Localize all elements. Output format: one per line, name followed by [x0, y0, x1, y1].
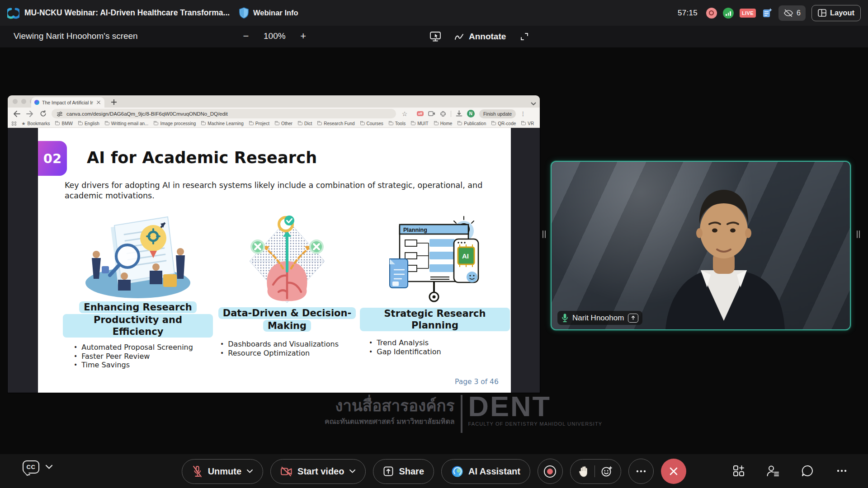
unmute-label: Unmute	[208, 466, 241, 477]
live-badge: LIVE	[740, 9, 756, 18]
forward-button[interactable]	[25, 109, 34, 118]
remote-control-button[interactable]	[427, 28, 444, 45]
watermark-brand-subtitle: FACULTY OF DENTISTRY MAHIDOL UNIVERSITY	[468, 421, 603, 427]
expand-view-button[interactable]	[516, 28, 533, 45]
slide-number-badge: 02	[38, 141, 67, 176]
bookmark-item[interactable]: MUIT	[411, 121, 428, 126]
leave-meeting-button[interactable]	[661, 459, 686, 484]
stage: The Impact of Artificial Intelli	[0, 47, 868, 454]
site-settings-icon[interactable]	[57, 111, 63, 117]
bookmark-item[interactable]: Project	[249, 121, 269, 126]
webinar-info-button[interactable]: Webinar Info	[239, 0, 298, 26]
webex-logo-icon	[7, 7, 19, 19]
bookmark-item[interactable]: Home	[434, 121, 453, 126]
column-bullets: •Dashboards and Visualizations •Resource…	[212, 340, 362, 357]
annotate-button[interactable]: Annotate	[454, 32, 506, 42]
folder-icon	[434, 122, 439, 125]
bookmark-item[interactable]: Publication	[458, 121, 486, 126]
share-button[interactable]: Share	[373, 459, 434, 484]
watermark-thai-title: งานสื่อสารองค์กร	[325, 398, 455, 414]
url-text: canva.com/design/DAG6aQm_9jc/8-BIF6qW0Cm…	[66, 111, 228, 117]
folder-icon	[154, 122, 158, 125]
apps-button[interactable]	[731, 464, 746, 478]
bookmark-item[interactable]: Machine Learning	[201, 121, 244, 126]
raise-hand-button[interactable]	[579, 465, 589, 477]
camera-permission-icon[interactable]	[428, 111, 435, 117]
toolbar-divider	[451, 111, 451, 117]
notes-ai-icon[interactable]	[762, 8, 773, 19]
back-button[interactable]	[12, 109, 21, 118]
video-options-chevron-icon[interactable]	[349, 469, 356, 474]
bookmark-item[interactable]: Tools	[389, 121, 406, 126]
download-icon[interactable]	[456, 110, 462, 117]
address-bar[interactable]: canva.com/design/DAG6aQm_9jc/8-BIF6qW0Cm…	[52, 109, 396, 118]
apps-grid-icon[interactable]	[12, 122, 16, 126]
bookmark-item[interactable]: Image processing	[154, 121, 196, 126]
participants-icon	[766, 465, 780, 477]
new-tab-button[interactable]	[111, 99, 117, 105]
extension-off-badge[interactable]: off	[417, 111, 424, 116]
more-panels-button[interactable]	[835, 464, 849, 478]
profile-avatar[interactable]: N	[467, 110, 475, 117]
canva-editor-canvas: 02 AI for Academic Research Key drivers …	[8, 128, 540, 393]
start-video-button[interactable]: Start video	[270, 459, 366, 484]
browser-tab[interactable]: The Impact of Artificial Intelli	[31, 97, 104, 108]
folder-icon	[249, 122, 254, 125]
bookmark-item[interactable]: English	[78, 121, 99, 126]
bookmark-item[interactable]: QR-code	[491, 121, 516, 126]
unmute-options-chevron-icon[interactable]	[246, 469, 253, 474]
bookmark-item[interactable]: Dict	[298, 121, 312, 126]
layout-icon	[818, 9, 826, 17]
zoom-out-button[interactable]: −	[238, 28, 254, 44]
reload-button[interactable]	[38, 109, 47, 118]
slide-subtitle: Key drivers for adopting AI in research …	[65, 180, 492, 201]
layout-button[interactable]: Layout	[811, 5, 861, 21]
webinar-info-label: Webinar Info	[253, 9, 298, 17]
browser-menu-icon[interactable]: ⋮	[520, 111, 526, 117]
slide-column-data-driven: Data-Driven & Decision- Making •Dashboar…	[212, 209, 362, 357]
ai-assistant-icon	[451, 465, 463, 478]
shared-browser-window: The Impact of Artificial Intelli	[8, 95, 540, 393]
more-options-button[interactable]	[628, 459, 654, 484]
bookmarks-bar: ★Bookmarks BMW English Writting email an…	[8, 120, 540, 128]
annotate-pen-icon	[454, 32, 465, 42]
panel-resize-handle-right[interactable]	[856, 227, 860, 241]
bookmark-star-icon[interactable]: ☆	[400, 109, 409, 118]
unmute-button[interactable]: Unmute	[182, 459, 263, 484]
chat-button[interactable]	[800, 464, 815, 478]
participant-name-pill: Narit Hnoohom	[557, 311, 642, 325]
ai-assistant-label: AI Assistant	[468, 466, 520, 477]
bookmarks-root[interactable]: ★Bookmarks	[22, 121, 50, 126]
column-heading: Enhancing Research Productivity and Effi…	[63, 301, 213, 338]
panel-resize-handle-left[interactable]	[542, 227, 546, 241]
bookmark-item[interactable]: Writting email an...	[105, 121, 149, 126]
folder-icon	[411, 122, 415, 125]
zoom-in-button[interactable]: +	[296, 28, 311, 44]
extensions-icon[interactable]	[440, 111, 446, 117]
bookmark-item[interactable]: Other	[275, 121, 292, 126]
bookmark-item[interactable]: BMW	[55, 121, 72, 126]
bookmark-item[interactable]: VR	[521, 121, 534, 126]
zoom-controls: − 100% +	[238, 28, 311, 44]
share-label: Share	[399, 466, 424, 477]
reactions-button[interactable]	[601, 465, 613, 477]
start-video-label: Start video	[297, 466, 344, 477]
tab-close-icon[interactable]	[96, 100, 101, 105]
folder-icon	[360, 122, 365, 125]
finish-update-button[interactable]: Finish update	[479, 109, 516, 118]
annotate-label: Annotate	[469, 32, 506, 42]
dent-watermark: งานสื่อสารองค์กร คณะทันตแพทยศาสตร์ มหาวิ…	[325, 392, 602, 433]
bookmark-item[interactable]: Research Fund	[317, 121, 354, 126]
participant-video-tile[interactable]: Narit Hnoohom	[551, 161, 851, 330]
hidden-attendees-pill[interactable]: 6	[778, 5, 806, 21]
participants-button[interactable]	[766, 464, 780, 478]
bullet-text: Time Savings	[81, 361, 130, 370]
recording-indicator-icon	[706, 8, 717, 19]
tab-search-chevron-icon[interactable]	[531, 99, 536, 108]
bookmark-item[interactable]: Courses	[360, 121, 383, 126]
ai-chip-label: AI	[462, 252, 469, 260]
record-button[interactable]	[538, 459, 563, 484]
more-dots-icon	[636, 470, 646, 473]
bullet-text: Automated Proposal Screening	[81, 343, 193, 352]
ai-assistant-button[interactable]: AI Assistant	[441, 459, 530, 484]
